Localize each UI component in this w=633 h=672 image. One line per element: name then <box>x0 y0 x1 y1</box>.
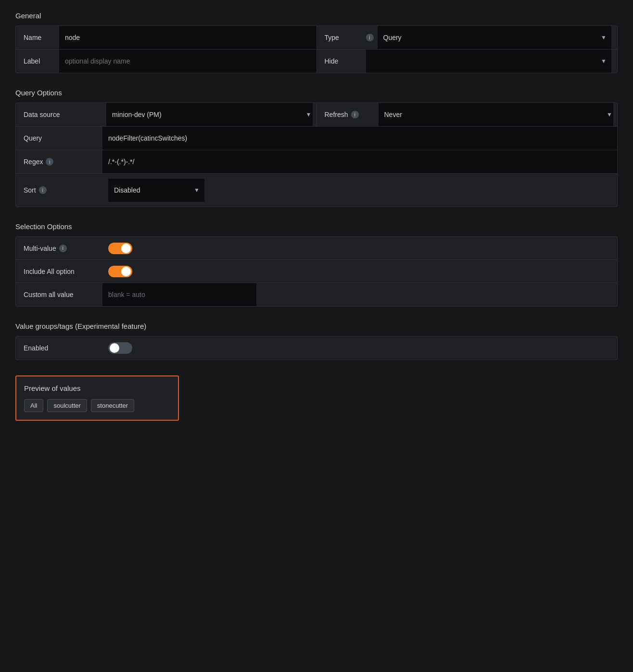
datasource-right: Refresh i Never On dashboard load On tim… <box>317 103 618 126</box>
value-groups-title: Value groups/tags (Experimental feature) <box>15 322 618 330</box>
name-col: Name <box>16 26 316 49</box>
hide-select-wrapper: Variable Label and value ▼ <box>366 50 612 73</box>
enabled-toggle-wrapper <box>102 337 138 359</box>
include-all-toggle-wrapper <box>102 261 138 282</box>
sort-info-icon: i <box>39 186 47 194</box>
custom-all-input[interactable] <box>102 283 256 306</box>
regex-label: Regex <box>24 158 43 166</box>
value-groups-section: Value groups/tags (Experimental feature)… <box>15 322 618 360</box>
include-all-toggle[interactable] <box>108 266 132 277</box>
type-info-icon: i <box>366 34 374 41</box>
query-options-panel: Data source minion-dev (PM) ▼ Refresh i … <box>15 103 618 207</box>
preview-title: Preview of values <box>24 384 170 392</box>
hide-select[interactable]: Variable Label and value <box>366 50 612 73</box>
name-type-row: Name Type i Query Custom Constant Dataso… <box>16 26 617 50</box>
label-value-wrapper <box>59 50 316 73</box>
enabled-slider <box>108 342 132 354</box>
selection-options-title: Selection Options <box>15 222 618 231</box>
datasource-select[interactable]: minion-dev (PM) <box>106 103 313 126</box>
regex-row: Regex i <box>16 150 617 174</box>
preview-tag-all[interactable]: All <box>24 399 43 412</box>
type-select-wrapper: Query Custom Constant Datasource Interva… <box>378 26 612 49</box>
include-all-slider <box>108 266 132 277</box>
label-hide-row: Label Hide Variable Label and value ▼ <box>16 50 617 73</box>
regex-info-icon: i <box>46 158 53 166</box>
hide-label: Hide <box>317 52 360 70</box>
sort-row: Sort i Disabled Alphabetical (asc) Alpha… <box>16 174 617 207</box>
sort-select-wrapper: Disabled Alphabetical (asc) Alphabetical… <box>108 179 204 202</box>
datasource-left: Data source minion-dev (PM) ▼ <box>16 103 317 126</box>
general-section: General Name Type i Query Custom Con <box>15 12 618 73</box>
enabled-label: Enabled <box>16 339 102 357</box>
sort-label-wrapper: Sort i <box>16 181 102 199</box>
multi-value-toggle[interactable] <box>108 243 132 254</box>
hide-value-wrapper: Variable Label and value ▼ <box>360 50 618 73</box>
query-row: Query <box>16 127 617 150</box>
query-options-section: Query Options Data source minion-dev (PM… <box>15 89 618 207</box>
general-title: General <box>15 12 618 20</box>
include-all-row: Include All option <box>16 260 617 283</box>
datasource-label: Data source <box>16 106 102 123</box>
type-value-wrapper: i Query Custom Constant Datasource Inter… <box>360 26 618 49</box>
enabled-toggle[interactable] <box>108 342 132 354</box>
multi-value-slider <box>108 243 132 254</box>
name-value-wrapper <box>59 26 316 49</box>
refresh-select[interactable]: Never On dashboard load On time range ch… <box>379 103 614 126</box>
refresh-select-wrapper: Never On dashboard load On time range ch… <box>375 103 618 126</box>
type-col: Type i Query Custom Constant Datasource … <box>316 26 618 49</box>
multi-value-label: Multi-value <box>24 245 56 252</box>
refresh-info-icon: i <box>351 111 359 118</box>
hide-col: Hide Variable Label and value ▼ <box>316 50 618 73</box>
multi-value-toggle-wrapper <box>102 238 138 259</box>
datasource-select-wrapper: minion-dev (PM) ▼ <box>102 103 316 126</box>
label-col: Label <box>16 50 316 73</box>
custom-all-label: Custom all value <box>16 286 102 303</box>
enabled-knob <box>110 343 119 353</box>
regex-input[interactable] <box>102 150 617 173</box>
name-input[interactable] <box>59 26 316 49</box>
preview-section: Preview of values All soulcutter stonecu… <box>15 375 618 421</box>
multi-value-row: Multi-value i <box>16 237 617 260</box>
type-select[interactable]: Query Custom Constant Datasource Interva… <box>378 26 612 49</box>
datasource-refresh-row: Data source minion-dev (PM) ▼ Refresh i … <box>16 103 617 127</box>
custom-all-row: Custom all value <box>16 283 617 306</box>
multi-value-label-wrapper: Multi-value i <box>16 240 102 257</box>
value-groups-panel: Enabled <box>15 336 618 360</box>
query-label: Query <box>16 129 102 147</box>
name-label: Name <box>16 29 59 46</box>
general-panel: Name Type i Query Custom Constant Dataso… <box>15 26 618 73</box>
enabled-row: Enabled <box>16 336 617 360</box>
sort-select-container: Disabled Alphabetical (asc) Alphabetical… <box>102 174 210 207</box>
sort-label: Sort <box>24 186 36 194</box>
query-options-title: Query Options <box>15 89 618 97</box>
selection-options-panel: Multi-value i Include All option <box>15 236 618 307</box>
type-label: Type <box>317 29 360 46</box>
refresh-label: Refresh <box>325 111 348 118</box>
label-input[interactable] <box>59 50 316 73</box>
query-input[interactable] <box>102 127 617 150</box>
selection-options-section: Selection Options Multi-value i Include … <box>15 222 618 307</box>
preview-tag-stonecutter[interactable]: stonecutter <box>91 399 134 412</box>
refresh-label-wrapper: Refresh i <box>317 106 375 123</box>
preview-box: Preview of values All soulcutter stonecu… <box>15 375 179 421</box>
sort-select[interactable]: Disabled Alphabetical (asc) Alphabetical… <box>108 179 204 202</box>
multi-value-knob <box>121 244 131 253</box>
preview-tag-soulcutter[interactable]: soulcutter <box>47 399 87 412</box>
label-label: Label <box>16 52 59 70</box>
include-all-label: Include All option <box>16 263 102 280</box>
preview-tags: All soulcutter stonecutter <box>24 399 170 412</box>
include-all-knob <box>121 267 131 276</box>
regex-label-wrapper: Regex i <box>16 153 102 170</box>
multi-value-info-icon: i <box>59 245 67 252</box>
